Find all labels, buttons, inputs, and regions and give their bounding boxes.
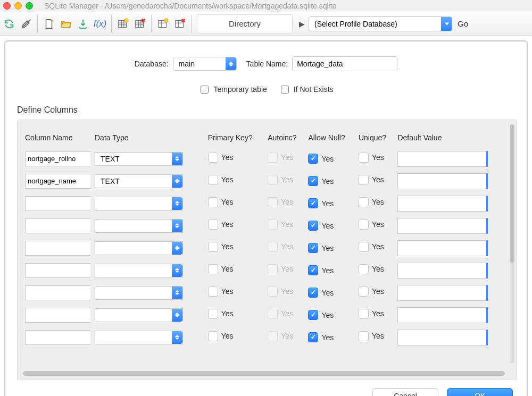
column-name-input[interactable] bbox=[25, 241, 90, 256]
allow-null-checkbox[interactable]: Yes bbox=[308, 243, 334, 253]
open-db-button[interactable] bbox=[58, 16, 74, 32]
allow-null-checkbox[interactable]: Yes bbox=[308, 221, 334, 231]
yes-label: Yes bbox=[321, 333, 334, 342]
checkbox-icon bbox=[359, 331, 369, 341]
checkbox[interactable] bbox=[281, 86, 289, 94]
data-type-select[interactable] bbox=[95, 264, 183, 277]
if-not-exists-checkbox[interactable]: If Not Exists bbox=[279, 84, 334, 95]
yes-label: Yes bbox=[372, 153, 384, 162]
primary-key-checkbox[interactable]: Yes bbox=[208, 242, 234, 252]
settings-button[interactable] bbox=[18, 16, 34, 32]
temporary-table-label: Temporary table bbox=[213, 85, 267, 94]
new-table2-button[interactable] bbox=[155, 16, 171, 32]
column-name-input[interactable] bbox=[25, 151, 90, 166]
column-name-input[interactable] bbox=[25, 263, 90, 278]
allow-null-checkbox[interactable]: Yes bbox=[308, 310, 334, 320]
wrench-icon bbox=[20, 18, 32, 30]
column-name-input[interactable] bbox=[25, 196, 90, 211]
column-name-input[interactable] bbox=[25, 308, 90, 323]
allow-null-checkbox[interactable]: Yes bbox=[308, 265, 334, 275]
data-type-select[interactable] bbox=[95, 197, 183, 210]
default-value-input[interactable] bbox=[397, 307, 488, 323]
ok-button[interactable]: OK bbox=[447, 388, 513, 396]
allow-null-checkbox[interactable]: Yes bbox=[308, 288, 334, 298]
new-db-button[interactable] bbox=[41, 16, 57, 32]
new-table-button[interactable] bbox=[115, 16, 131, 32]
checkbox[interactable] bbox=[201, 86, 209, 94]
table-name-input[interactable] bbox=[292, 56, 397, 71]
cancel-button[interactable]: Cancel bbox=[372, 388, 438, 396]
allow-null-checkbox[interactable]: Yes bbox=[308, 332, 334, 342]
primary-key-checkbox[interactable]: Yes bbox=[208, 175, 234, 185]
window-minimize-button[interactable] bbox=[14, 2, 22, 10]
refresh-button[interactable] bbox=[1, 16, 17, 32]
column-name-input[interactable] bbox=[25, 285, 90, 300]
default-value-input[interactable] bbox=[397, 218, 488, 234]
unique-checkbox[interactable]: Yes bbox=[359, 175, 384, 185]
data-type-select[interactable] bbox=[95, 286, 183, 300]
checkbox-icon bbox=[359, 242, 369, 252]
column-name-input[interactable] bbox=[25, 174, 90, 189]
yes-label: Yes bbox=[321, 176, 334, 186]
autoinc-checkbox: Yes bbox=[268, 242, 293, 252]
checkbox-icon bbox=[308, 265, 318, 275]
data-type-select[interactable]: TEXT bbox=[95, 174, 183, 188]
default-value-input[interactable] bbox=[397, 151, 488, 167]
primary-key-checkbox[interactable]: Yes bbox=[208, 331, 234, 341]
data-type-select[interactable] bbox=[95, 219, 183, 233]
window-close-button[interactable] bbox=[3, 2, 11, 10]
checkbox-icon bbox=[359, 264, 369, 274]
unique-checkbox[interactable]: Yes bbox=[359, 220, 384, 230]
autoinc-checkbox: Yes bbox=[268, 331, 293, 341]
import-button[interactable] bbox=[75, 16, 91, 32]
yes-label: Yes bbox=[321, 310, 334, 320]
window-zoom-button[interactable] bbox=[26, 2, 33, 10]
unique-checkbox[interactable]: Yes bbox=[359, 287, 384, 297]
default-value-input[interactable] bbox=[397, 285, 488, 301]
data-type-select[interactable]: TEXT bbox=[95, 152, 183, 166]
drop-table2-button[interactable] bbox=[172, 16, 188, 32]
col-header-null: Allow Null? bbox=[306, 133, 356, 145]
chevron-updown-icon bbox=[172, 331, 182, 344]
drop-table-button[interactable] bbox=[132, 16, 148, 32]
data-type-select[interactable] bbox=[95, 241, 183, 255]
allow-null-checkbox[interactable]: Yes bbox=[308, 154, 334, 164]
default-value-input[interactable] bbox=[397, 330, 488, 346]
primary-key-checkbox[interactable]: Yes bbox=[208, 264, 234, 274]
new-document-icon bbox=[43, 18, 55, 30]
allow-null-checkbox[interactable]: Yes bbox=[308, 176, 334, 186]
column-name-input[interactable] bbox=[25, 218, 90, 233]
checkbox-icon bbox=[268, 331, 278, 341]
profile-database-select[interactable]: (Select Profile Database) bbox=[309, 16, 452, 31]
table-row: Yes Yes Yes Yes bbox=[23, 240, 511, 256]
unique-checkbox[interactable]: Yes bbox=[359, 153, 384, 163]
directory-box[interactable]: Directory bbox=[197, 14, 293, 33]
horizontal-scrollbar[interactable] bbox=[23, 371, 505, 376]
column-name-input[interactable] bbox=[25, 330, 90, 345]
unique-checkbox[interactable]: Yes bbox=[359, 242, 384, 252]
primary-key-checkbox[interactable]: Yes bbox=[208, 197, 234, 207]
yes-label: Yes bbox=[221, 242, 234, 251]
primary-key-checkbox[interactable]: Yes bbox=[208, 309, 234, 319]
unique-checkbox[interactable]: Yes bbox=[359, 309, 384, 319]
checkbox-icon bbox=[268, 175, 278, 185]
play-icon[interactable]: ▶ bbox=[296, 19, 307, 29]
default-value-input[interactable] bbox=[397, 240, 488, 256]
primary-key-checkbox[interactable]: Yes bbox=[208, 287, 234, 297]
data-type-select[interactable] bbox=[95, 331, 183, 344]
default-value-input[interactable] bbox=[397, 173, 488, 189]
function-button[interactable]: f(x) bbox=[92, 16, 108, 32]
unique-checkbox[interactable]: Yes bbox=[359, 331, 384, 341]
default-value-input[interactable] bbox=[397, 263, 488, 279]
data-type-select[interactable] bbox=[95, 308, 183, 322]
default-value-input[interactable] bbox=[397, 196, 488, 212]
unique-checkbox[interactable]: Yes bbox=[359, 197, 384, 207]
vertical-scrollbar[interactable] bbox=[510, 124, 514, 363]
primary-key-checkbox[interactable]: Yes bbox=[208, 220, 234, 230]
primary-key-checkbox[interactable]: Yes bbox=[208, 153, 234, 163]
allow-null-checkbox[interactable]: Yes bbox=[308, 198, 334, 208]
unique-checkbox[interactable]: Yes bbox=[359, 264, 384, 274]
toolbar-separator bbox=[111, 15, 112, 33]
temporary-table-checkbox[interactable]: Temporary table bbox=[198, 84, 267, 95]
go-button[interactable]: Go bbox=[458, 19, 468, 29]
